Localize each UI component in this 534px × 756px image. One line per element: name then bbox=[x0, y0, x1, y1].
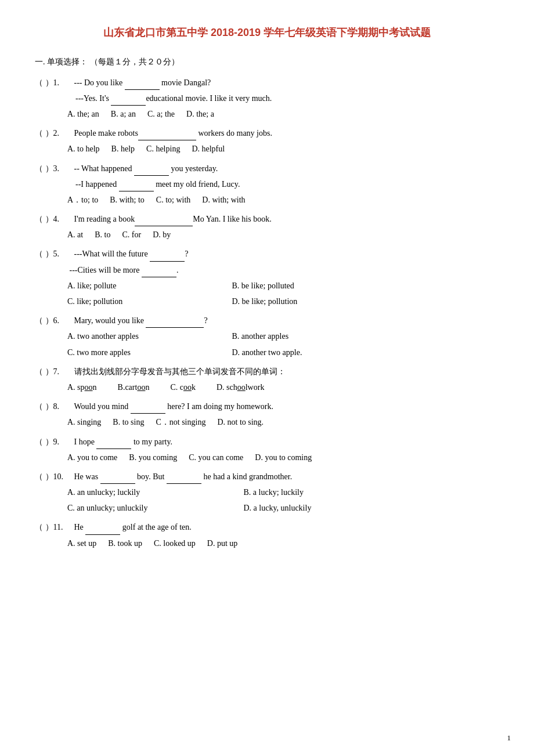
q2-paren: （ ） bbox=[35, 126, 53, 140]
question-9: （ ） 9. I hope to my party. A. you to com… bbox=[35, 435, 499, 465]
q9-opt-d: D. you to coming bbox=[255, 450, 312, 465]
q4-opt-b: B. to bbox=[95, 227, 110, 242]
q8-num: 8. bbox=[53, 399, 74, 414]
q8-paren: （ ） bbox=[35, 399, 53, 414]
q5-line1: ---What will the future ? bbox=[74, 247, 500, 261]
q2-opt-b: B. help bbox=[111, 142, 135, 156]
q9-line1: I hope to my party. bbox=[74, 435, 500, 449]
q9-options: A. you to come B. you coming C. you can … bbox=[35, 450, 499, 465]
q9-paren: （ ） bbox=[35, 435, 53, 449]
q8-opt-d: D. not to sing. bbox=[217, 415, 264, 429]
q3-options: A．to; to B. with; to C. to; with D. with… bbox=[35, 193, 499, 207]
question-2: （ ） 2. People make robots workers do man… bbox=[35, 126, 499, 156]
q5-paren: （ ） bbox=[35, 247, 53, 261]
q4-line1: I'm reading a bookMo Yan. I like his boo… bbox=[74, 212, 500, 226]
q1-line1: --- Do you like movie Dangal? bbox=[74, 75, 500, 90]
q1-options: A. the; an B. a; an C. a; the D. the; a bbox=[35, 107, 499, 121]
q6-line1: Mary, would you like ? bbox=[74, 313, 500, 328]
q9-opt-a: A. you to come bbox=[67, 450, 117, 465]
q6-opt-c: C. two more apples bbox=[67, 345, 230, 360]
q7-paren: （ ） bbox=[35, 364, 53, 379]
q11-paren: （ ） bbox=[35, 520, 53, 534]
q3-line1: -- What happened you yesterday. bbox=[74, 161, 500, 176]
q10-opt-a: A. an unlucky; luckily bbox=[67, 485, 241, 500]
q10-paren: （ ） bbox=[35, 469, 53, 484]
q11-line1: He golf at the age of ten. bbox=[74, 520, 500, 534]
q2-opt-c: C. helping bbox=[146, 142, 180, 156]
q4-opt-a: A. at bbox=[67, 227, 83, 242]
q5-num: 5. bbox=[53, 247, 74, 261]
q4-opt-d: D. by bbox=[153, 227, 171, 242]
q10-options-row2: C. an unlucky; unluckily D. a lucky, unl… bbox=[35, 501, 499, 515]
q3-opt-a: A．to; to bbox=[67, 193, 98, 207]
section1-header: 一. 单项选择： （每题１分，共２０分） bbox=[35, 55, 499, 69]
q6-opt-b: B. another apples bbox=[232, 332, 289, 341]
q2-options: A. to help B. help C. helping D. helpful bbox=[35, 142, 499, 156]
q6-options-row2: C. two more apples D. another two apple. bbox=[35, 345, 499, 360]
q3-num: 3. bbox=[53, 161, 74, 176]
q7-opt-c: C. cook bbox=[170, 380, 196, 395]
q6-opt-a: A. two another apples bbox=[67, 329, 230, 343]
q8-line1: Would you mind here? I am doing my homew… bbox=[74, 399, 500, 414]
q2-line1: People make robots workers do many jobs. bbox=[74, 126, 500, 140]
q5-options-row2: C. like; pollution D. be like; pollution bbox=[35, 294, 499, 309]
q2-opt-d: D. helpful bbox=[192, 142, 225, 156]
q10-line1: He was boy. But he had a kind grandmothe… bbox=[74, 469, 500, 484]
q1-line2: ---Yes. It's educational movie. I like i… bbox=[35, 91, 499, 106]
q11-options: A. set up B. took up C. looked up D. put… bbox=[35, 536, 499, 551]
q7-num: 7. bbox=[53, 364, 74, 379]
q4-options: A. at B. to C. for D. by bbox=[35, 227, 499, 242]
q5-opt-c: C. like; pollution bbox=[67, 294, 230, 309]
q1-opt-b: B. a; an bbox=[111, 107, 136, 121]
q2-num: 2. bbox=[53, 126, 74, 140]
question-7: （ ） 7. 请找出划线部分字母发音与其他三个单词发音不同的单词： A. spo… bbox=[35, 364, 499, 395]
q4-num: 4. bbox=[53, 212, 74, 226]
q11-num: 11. bbox=[53, 520, 74, 534]
q1-opt-a: A. the; an bbox=[67, 107, 99, 121]
question-5: （ ） 5. ---What will the future ? ---Citi… bbox=[35, 247, 499, 309]
q9-opt-c: C. you can come bbox=[189, 450, 243, 465]
q11-opt-d: D. put up bbox=[207, 536, 238, 551]
q1-opt-d: D. the; a bbox=[186, 107, 214, 121]
question-4: （ ） 4. I'm reading a bookMo Yan. I like … bbox=[35, 212, 499, 242]
title: 山东省龙口市第五中学 2018-2019 学年七年级英语下学期期中考试试题 bbox=[35, 23, 499, 42]
q8-options: A. singing B. to sing C．not singing D. n… bbox=[35, 415, 499, 429]
q8-opt-a: A. singing bbox=[67, 415, 101, 429]
q7-options: A. spoon B.cartoon C. cook D. schoolwork bbox=[35, 380, 499, 395]
question-8: （ ） 8. Would you mind here? I am doing m… bbox=[35, 399, 499, 429]
q6-num: 6. bbox=[53, 313, 74, 328]
q5-opt-d: D. be like; pollution bbox=[232, 297, 298, 306]
q10-opt-d: D. a lucky, unluckily bbox=[244, 504, 312, 512]
q8-opt-c: C．not singing bbox=[156, 415, 205, 429]
q1-paren: （ ） bbox=[35, 75, 53, 90]
q6-opt-d: D. another two apple. bbox=[232, 348, 302, 357]
q10-options-row1: A. an unlucky; luckily B. a lucky; lucki… bbox=[35, 485, 499, 500]
q6-paren: （ ） bbox=[35, 313, 53, 328]
q5-options-row1: A. like; pollute B. be like; polluted bbox=[35, 278, 499, 293]
question-6: （ ） 6. Mary, would you like ? A. two ano… bbox=[35, 313, 499, 360]
q3-paren: （ ） bbox=[35, 161, 53, 176]
q5-line2: ---Cities will be more . bbox=[35, 263, 499, 277]
q10-num: 10. bbox=[53, 469, 74, 484]
question-11: （ ） 11. He golf at the age of ten. A. se… bbox=[35, 520, 499, 550]
q6-options-row1: A. two another apples B. another apples bbox=[35, 329, 499, 343]
q11-opt-a: A. set up bbox=[67, 536, 96, 551]
q9-opt-b: B. you coming bbox=[129, 450, 177, 465]
question-3: （ ） 3. -- What happened you yesterday. -… bbox=[35, 161, 499, 208]
q3-line2: --I happened meet my old friend, Lucy. bbox=[35, 177, 499, 191]
q11-opt-c: C. looked up bbox=[154, 536, 196, 551]
q9-num: 9. bbox=[53, 435, 74, 449]
q10-opt-b: B. a lucky; luckily bbox=[244, 488, 304, 497]
page-number: 1 bbox=[507, 731, 511, 744]
q4-opt-c: C. for bbox=[122, 227, 141, 242]
q3-opt-c: C. to; with bbox=[156, 193, 191, 207]
q7-opt-d: D. schoolwork bbox=[217, 380, 264, 395]
question-1: （ ） 1. --- Do you like movie Dangal? ---… bbox=[35, 75, 499, 122]
q7-opt-a: A. spoon bbox=[67, 380, 97, 395]
q7-line1: 请找出划线部分字母发音与其他三个单词发音不同的单词： bbox=[74, 364, 500, 379]
question-10: （ ） 10. He was boy. But he had a kind gr… bbox=[35, 469, 499, 516]
q3-opt-d: D. with; with bbox=[202, 193, 245, 207]
q11-opt-b: B. took up bbox=[108, 536, 142, 551]
q5-opt-a: A. like; pollute bbox=[67, 278, 230, 293]
q2-opt-a: A. to help bbox=[67, 142, 100, 156]
